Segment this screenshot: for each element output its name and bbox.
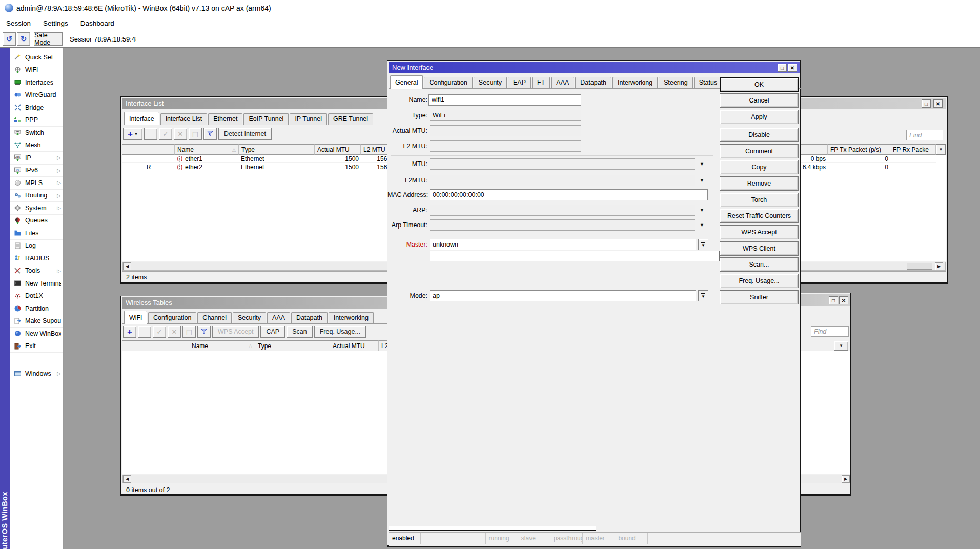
cell-flags[interactable] — [122, 155, 175, 163]
filter-button[interactable] — [203, 128, 217, 140]
scroll-right-button[interactable]: ▶ — [935, 262, 943, 270]
tab-channel[interactable]: Channel — [197, 312, 232, 323]
sidebar-item-dot1x[interactable]: Dot1X — [10, 290, 63, 303]
scroll-left-button[interactable]: ◀ — [123, 475, 131, 483]
enable-button[interactable]: ✓ — [153, 326, 166, 338]
comment-button[interactable]: ▤ — [189, 128, 202, 140]
reset-traffic-counters-button[interactable]: Reset Traffic Counters — [720, 209, 799, 223]
field-l2mtu[interactable] — [430, 175, 695, 186]
undo-button[interactable]: ↺ — [3, 32, 16, 46]
tab-datapath[interactable]: Datapath — [575, 77, 611, 88]
wps-accept-button[interactable]: WPS Accept — [720, 225, 799, 239]
disable-button[interactable]: ✕ — [174, 128, 187, 140]
tab-interworking[interactable]: Interworking — [329, 312, 374, 323]
column-header-type[interactable]: Type — [239, 144, 315, 155]
enable-button[interactable]: ✓ — [159, 128, 172, 140]
sidebar-item-wifi[interactable]: WiFi — [10, 64, 63, 77]
detect-internet-button[interactable]: Detect Internet — [218, 128, 272, 140]
column-header-name[interactable]: Name△ — [175, 144, 239, 155]
column-header-type[interactable]: Type — [255, 340, 330, 351]
sidebar-item-quick-set[interactable]: Quick Set — [10, 51, 63, 64]
column-header-flags[interactable] — [122, 340, 189, 351]
tab-datapath[interactable]: Datapath — [291, 312, 328, 323]
sniffer-button[interactable]: Sniffer — [720, 290, 799, 304]
column-select-button[interactable]: ▼ — [936, 144, 946, 155]
cancel-button[interactable]: Cancel — [720, 93, 799, 108]
tab-interface[interactable]: Interface — [124, 112, 159, 125]
cell-fp_rx[interactable] — [890, 155, 936, 163]
cell-fp_tx[interactable]: 0 — [828, 155, 890, 163]
sidebar-item-bridge[interactable]: Bridge — [10, 101, 63, 114]
safe-mode-button[interactable]: Safe Mode — [34, 32, 63, 46]
maximize-button[interactable]: □ — [922, 99, 931, 108]
sidebar-item-wireguard[interactable]: WireGuard — [10, 89, 63, 102]
tab-configuration[interactable]: Configuration — [424, 77, 472, 88]
sidebar-item-mpls[interactable]: MPLS▷ — [10, 177, 63, 190]
sidebar-item-make-supout-rif[interactable]: Make Supout.rif — [10, 315, 63, 328]
field-master[interactable]: unknown — [430, 239, 696, 250]
copy-button[interactable]: Copy — [720, 160, 799, 174]
sidebar-item-queues[interactable]: Queues — [10, 215, 63, 228]
button-freq-usage[interactable]: Freq. Usage... — [314, 326, 366, 338]
sidebar-item-radius[interactable]: RADIUS — [10, 252, 63, 265]
comment-button[interactable]: Comment — [720, 144, 799, 158]
cell-name[interactable]: ether1 — [175, 155, 239, 163]
sidebar-item-ipv6[interactable]: v6IPv6▷ — [10, 165, 63, 177]
column-header-flags[interactable] — [122, 144, 175, 155]
cell-type[interactable]: Ethernet — [239, 155, 315, 163]
sidebar-item-new-terminal[interactable]: New Terminal — [10, 277, 63, 290]
tab-steering[interactable]: Steering — [659, 77, 693, 88]
add-button[interactable]: + — [123, 326, 136, 338]
tab-ft[interactable]: FT — [532, 77, 550, 88]
find-input[interactable] — [811, 326, 849, 337]
field-arp[interactable] — [430, 205, 695, 216]
ok-button[interactable]: OK — [720, 77, 799, 92]
cell-fp_tx[interactable]: 0 — [828, 163, 890, 171]
sidebar-item-exit[interactable]: Exit — [10, 340, 63, 353]
filter-button[interactable] — [197, 326, 211, 338]
tab-configuration[interactable]: Configuration — [148, 312, 196, 323]
tab-security[interactable]: Security — [233, 312, 266, 323]
column-select-button[interactable]: ▼ — [834, 341, 848, 351]
field-arp-timeout[interactable] — [430, 219, 695, 231]
sidebar-item-ip[interactable]: 255IP▷ — [10, 152, 63, 165]
scroll-left-button[interactable]: ◀ — [123, 262, 131, 270]
new-interface-titlebar[interactable]: New Interface — [389, 62, 800, 73]
sidebar-item-mesh[interactable]: Mesh — [10, 139, 63, 152]
dropdown-arrow-icon[interactable]: ▼ — [700, 178, 707, 184]
tab-aaa[interactable]: AAA — [551, 77, 574, 88]
column-header-name[interactable]: Name△ — [189, 340, 255, 351]
tab-eap[interactable]: EAP — [508, 77, 531, 88]
menu-settings[interactable]: Settings — [41, 18, 70, 28]
tab-ethernet[interactable]: Ethernet — [208, 113, 242, 125]
sidebar-item-switch[interactable]: Switch — [10, 127, 63, 139]
find-input[interactable] — [906, 130, 943, 140]
sidebar-item-ppp[interactable]: PPP — [10, 114, 63, 127]
dropdown-arrow-icon[interactable]: ▼ — [700, 208, 707, 214]
remove-button[interactable]: Remove — [720, 176, 799, 191]
tab-gre-tunnel[interactable]: GRE Tunnel — [328, 113, 373, 125]
tab-aaa[interactable]: AAA — [267, 312, 290, 323]
remove-button[interactable]: − — [138, 326, 151, 338]
sidebar-item-windows[interactable]: Windows▷ — [10, 368, 63, 380]
tab-security[interactable]: Security — [474, 77, 507, 88]
sidebar-item-routing[interactable]: Routing▷ — [10, 190, 63, 202]
scan-button[interactable]: Scan... — [720, 257, 799, 272]
tab-interface-list[interactable]: Interface List — [160, 113, 208, 125]
button-scan[interactable]: Scan — [287, 326, 313, 338]
close-button[interactable]: ✕ — [788, 64, 797, 72]
tab-eoip-tunnel[interactable]: EoIP Tunnel — [243, 113, 289, 125]
disable-button[interactable]: ✕ — [168, 326, 181, 338]
sidebar-item-tools[interactable]: Tools▷ — [10, 265, 63, 278]
combo-expand-button[interactable]: ▼ — [698, 290, 708, 301]
cell-name[interactable]: ether2 — [175, 163, 239, 171]
field-mac-address[interactable] — [430, 189, 708, 200]
scroll-right-button[interactable]: ▶ — [842, 475, 850, 483]
wps-client-button[interactable]: WPS Client — [720, 241, 799, 256]
sidebar-item-partition[interactable]: Partition — [10, 302, 63, 315]
scrollbar-thumb[interactable] — [907, 263, 932, 270]
cell-fp_rx[interactable] — [890, 163, 936, 171]
sidebar-item-log[interactable]: Log — [10, 240, 63, 253]
close-button[interactable]: ✕ — [839, 296, 848, 304]
button-wps-accept[interactable]: WPS Accept — [212, 326, 259, 338]
